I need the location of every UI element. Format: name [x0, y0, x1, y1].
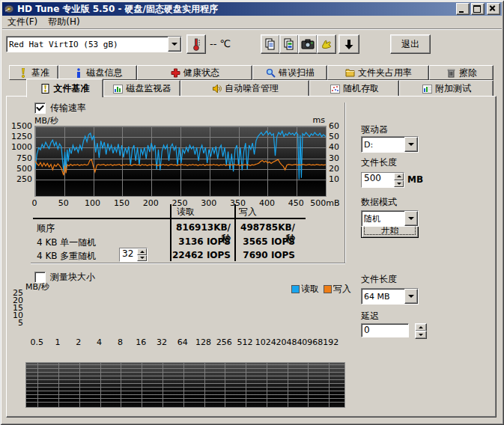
block-size-plot-svg	[26, 363, 344, 407]
tab-aam[interactable]: 自动噪音管理	[180, 80, 309, 97]
tick-label: 16	[136, 337, 146, 347]
chevron-down-icon[interactable]	[404, 137, 418, 152]
tab-label: 自动噪音管理	[225, 82, 279, 95]
data-mode-value: 随机	[362, 213, 404, 224]
tab-benchmark[interactable]: 基准	[9, 65, 58, 80]
copy-image-icon	[283, 38, 295, 50]
copy-text-button[interactable]	[261, 34, 280, 54]
tab-random-access[interactable]: 随机存取	[309, 80, 399, 97]
speaker-icon	[211, 84, 222, 94]
tab-label: 附加测试	[435, 82, 471, 95]
temperature-readout: -- ℃	[210, 38, 231, 49]
file-length-spinner[interactable]: 500	[361, 172, 404, 188]
save-results-button[interactable]	[338, 34, 359, 54]
delay-input[interactable]: 0	[361, 323, 409, 337]
window-title: HD Tune 专业版 5.50 - 硬盘/固态硬盘实用程序	[17, 3, 218, 16]
tick-label: 500	[16, 163, 32, 173]
data-mode-label: 数据模式	[361, 196, 397, 209]
tick-label: 4	[97, 337, 102, 347]
drive-select[interactable]: Red Hat VirtIO (53 gB)	[6, 36, 182, 52]
exclamation-icon	[18, 68, 28, 78]
tab-erase[interactable]: 擦除	[429, 65, 494, 80]
spin-down-button[interactable]	[394, 180, 404, 188]
tab-disk-monitor[interactable]: 磁盘监视器	[103, 80, 180, 97]
chevron-down-icon[interactable]	[168, 37, 181, 52]
tab-row-2: 文件基准磁盘监视器自动噪音管理随机存取附加测试	[26, 80, 494, 97]
file-length-value[interactable]: 500	[362, 173, 394, 187]
screenshot-button[interactable]	[298, 34, 318, 54]
delay-spin-down-button[interactable]	[415, 331, 427, 339]
transfer-plot-left-ticks: 150012501000750500250	[7, 126, 33, 195]
block-size-label: 测量块大小	[50, 271, 95, 284]
tick-label: 10	[329, 174, 339, 184]
app-window: HD Tune 专业版 5.50 - 硬盘/固态硬盘实用程序 文件(F) 帮助(…	[0, 0, 504, 425]
mini-chart-icon	[422, 84, 432, 94]
tick-label: 1	[55, 337, 61, 347]
file-length-unit: MB	[407, 174, 423, 185]
health-cross-icon	[170, 68, 180, 78]
tick-label: 1500	[11, 121, 32, 131]
tick-label: 8192	[318, 337, 338, 347]
queue-depth-spinner[interactable]: 32	[119, 248, 148, 262]
row-4kb-multi-write: 7690 IOPS	[235, 250, 295, 260]
folder-icon	[344, 68, 355, 78]
tick-label: 1250	[11, 132, 32, 141]
tab-row-1: 基准磁盘信息健康状态错误扫描文件夹占用率擦除	[9, 65, 494, 80]
tab-health[interactable]: 健康状态	[137, 65, 252, 80]
section-separator	[31, 263, 345, 264]
queue-depth-value[interactable]: 32	[120, 248, 137, 261]
down-arrow-icon	[344, 39, 354, 50]
maximize-button[interactable]	[471, 3, 485, 15]
tab-label: 随机存取	[343, 82, 379, 95]
row-4kb-multi-label: 4 KB 多重随机	[37, 250, 96, 263]
tick-label: 30	[329, 153, 339, 162]
y-axis-unit-label: MB/秒	[34, 115, 58, 126]
tab-folder-usage[interactable]: 文件夹占用率	[327, 65, 429, 80]
read-legend-label: 读取	[301, 283, 319, 296]
tab-label: 磁盘监视器	[127, 82, 171, 95]
tab-label: 文件基准	[54, 82, 90, 95]
checkbox-box[interactable]	[34, 103, 46, 114]
file-benchmark-page: 传输速率 MB/秒 ms 150012501000750500250 60504…	[6, 96, 497, 418]
block-plot-x-ticks: 0.512481632641282565121024204840968192	[25, 337, 344, 347]
donate-hand-icon	[321, 38, 333, 50]
spin-down-button[interactable]	[137, 255, 147, 262]
block-y-axis-unit-label: MB/秒	[25, 281, 49, 293]
block-file-length-value: 64 MB	[362, 292, 404, 302]
spin-up-button[interactable]	[137, 248, 147, 255]
tick-label: 500mB	[310, 198, 339, 208]
write-legend-swatch	[324, 285, 332, 293]
data-mode-combobox[interactable]: 随机	[361, 210, 419, 227]
donate-button[interactable]	[317, 34, 336, 54]
tab-error-scan[interactable]: 错误扫描	[252, 65, 327, 80]
tab-label: 文件夹占用率	[358, 67, 412, 79]
tab-file-benchmark[interactable]: 文件基准	[26, 79, 103, 97]
chevron-down-icon[interactable]	[404, 211, 418, 226]
temperature-button[interactable]	[186, 34, 206, 54]
tab-label: 错误扫描	[279, 67, 315, 79]
spin-up-button[interactable]	[394, 173, 404, 180]
menu-help[interactable]: 帮助(H)	[43, 15, 85, 29]
transfer-rate-checkbox[interactable]: 传输速率	[34, 102, 86, 114]
tab-label: 磁盘信息	[87, 67, 123, 79]
close-button[interactable]	[487, 3, 500, 15]
file-exclamation-icon	[40, 84, 51, 94]
tab-extra-tests[interactable]: 附加测试	[399, 80, 494, 97]
exit-button[interactable]: 退出	[390, 34, 431, 54]
tick-label: 128	[195, 337, 211, 347]
tick-label: 512	[237, 337, 253, 347]
menu-file[interactable]: 文件(F)	[2, 15, 43, 29]
minimize-button[interactable]	[456, 3, 470, 15]
block-file-length-combobox[interactable]: 64 MB	[361, 288, 419, 305]
tab-disk-info[interactable]: 磁盘信息	[58, 65, 137, 80]
copy-image-button[interactable]	[279, 34, 299, 54]
chevron-down-icon[interactable]	[404, 289, 418, 304]
drive-combobox[interactable]: D:	[361, 136, 419, 153]
app-icon	[4, 4, 14, 14]
info-icon	[73, 68, 84, 78]
drive-combobox-value: D:	[362, 140, 404, 150]
row-4kb-multi-read: 22462 IOPS	[171, 250, 231, 260]
transfer-rate-label: 传输速率	[50, 102, 86, 114]
tick-label: 450	[288, 198, 304, 208]
transfer-rate-plot-svg	[35, 126, 326, 196]
